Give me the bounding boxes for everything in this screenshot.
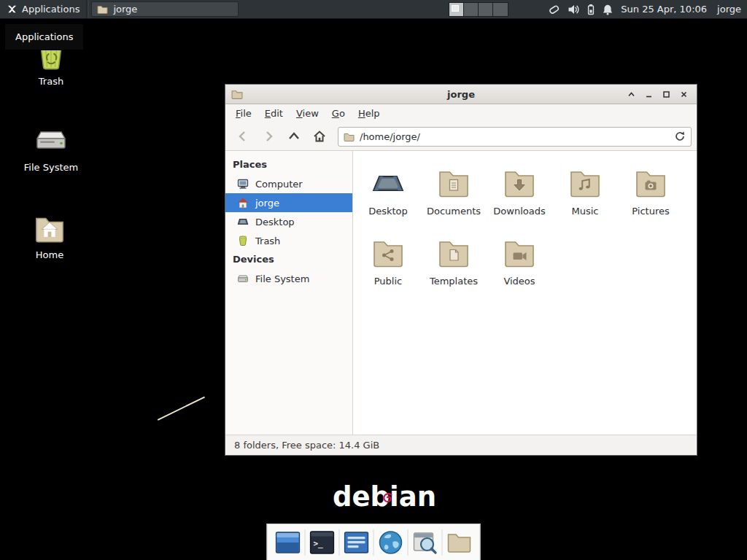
bottom-dock: >_ (267, 524, 481, 560)
computer-icon (236, 178, 249, 190)
show-desktop-icon (276, 530, 301, 555)
mouse-icon[interactable] (548, 4, 560, 15)
menu-help[interactable]: Help (352, 106, 387, 121)
menu-view[interactable]: View (290, 106, 325, 121)
terminal-icon: >_ (310, 530, 335, 555)
top-panel: Applications jorge Sun 25 Apr, 10:06 jor… (0, 0, 747, 19)
path-folder-icon (344, 132, 355, 141)
maximize-button[interactable] (659, 88, 673, 101)
desktop-artifact-line (158, 397, 206, 421)
sidebar: Places Computer jorge Desktop (225, 151, 353, 435)
desktop-icon-label: Trash (39, 76, 63, 87)
applications-label: Applications (22, 4, 80, 15)
battery-icon[interactable] (587, 4, 595, 15)
username-applet[interactable]: jorge (717, 4, 741, 15)
status-bar: 8 folders, Free space: 14.4 GiB (225, 435, 697, 455)
file-manager-launcher[interactable] (340, 526, 374, 559)
folder-label: Pictures (632, 206, 669, 217)
back-button[interactable] (231, 126, 255, 147)
notifications-bell-icon[interactable] (602, 4, 614, 15)
forward-button[interactable] (256, 126, 280, 147)
home-folder-icon (32, 211, 67, 245)
folder-item-pictures[interactable]: Pictures (618, 163, 684, 233)
menu-file[interactable]: File (229, 106, 258, 121)
videos-folder-icon (502, 236, 537, 271)
sidebar-places-header: Places (225, 155, 352, 174)
window-titlebar[interactable]: jorge (225, 85, 697, 104)
globe-icon (379, 530, 403, 555)
folder-item-documents[interactable]: Documents (421, 163, 487, 233)
menu-go[interactable]: Go (325, 106, 352, 121)
menu-edit[interactable]: Edit (258, 106, 290, 121)
desktop-icon-home[interactable]: Home (15, 211, 85, 260)
reload-icon[interactable] (674, 131, 686, 142)
folder-item-public[interactable]: Public (355, 233, 421, 303)
folder-icon (447, 532, 472, 553)
folder-label: Documents (427, 206, 481, 217)
taskbar-window-button[interactable]: jorge (91, 1, 239, 17)
folder-label: Downloads (493, 206, 545, 217)
folder-item-videos[interactable]: Videos (487, 233, 552, 303)
workspace-4[interactable] (493, 3, 508, 16)
window-folder-icon (231, 89, 243, 99)
sidebar-devices-header: Devices (225, 250, 352, 269)
applications-tooltip: Applications (4, 23, 84, 50)
terminal-launcher[interactable]: >_ (306, 526, 339, 559)
path-text: /home/jorge/ (360, 131, 420, 142)
sidebar-item-label: Trash (255, 236, 280, 246)
workspace-2[interactable] (464, 3, 479, 16)
clock[interactable]: Sun 25 Apr, 10:06 (621, 4, 707, 15)
folder-item-music[interactable]: Music (552, 163, 618, 233)
volume-icon[interactable] (568, 4, 580, 15)
folder-label: Templates (430, 276, 478, 287)
application-finder-launcher[interactable] (409, 526, 442, 559)
directory-menu-launcher[interactable] (443, 526, 476, 559)
sidebar-item-label: jorge (255, 198, 279, 209)
magnifier-icon (413, 530, 438, 555)
workspace-1[interactable] (449, 3, 464, 16)
workspace-switcher[interactable] (449, 2, 508, 17)
debian-logo: debian (333, 481, 436, 513)
sidebar-item-trash[interactable]: Trash (225, 231, 352, 250)
public-folder-icon (371, 236, 406, 271)
downloads-folder-icon (502, 166, 537, 201)
file-manager-window: jorge File Edit View Go Help /home/jorge… (225, 84, 697, 456)
minimize-button[interactable] (642, 88, 656, 101)
documents-folder-icon (436, 166, 471, 201)
close-button[interactable] (677, 88, 691, 101)
folder-label: Public (374, 276, 402, 287)
workspace-window-preview (452, 5, 459, 12)
templates-folder-icon (436, 236, 471, 271)
sidebar-item-desktop[interactable]: Desktop (225, 212, 352, 231)
desktop-icon-label: Home (36, 249, 63, 260)
web-browser-launcher[interactable] (374, 526, 408, 559)
sidebar-item-file-system[interactable]: File System (225, 269, 352, 288)
applications-menu-button[interactable]: Applications (0, 0, 86, 18)
home-icon (236, 197, 249, 209)
home-button[interactable] (307, 126, 331, 147)
folder-item-downloads[interactable]: Downloads (487, 163, 552, 233)
window-body: Places Computer jorge Desktop (225, 151, 697, 435)
show-desktop-launcher[interactable] (271, 526, 305, 559)
folder-item-templates[interactable]: Templates (421, 233, 487, 303)
folder-label: Desktop (368, 206, 408, 217)
shade-button[interactable] (624, 88, 638, 101)
up-button[interactable] (282, 126, 306, 147)
window-controls (624, 88, 691, 101)
folder-label: Videos (503, 276, 535, 287)
sidebar-item-computer[interactable]: Computer (225, 174, 352, 193)
svg-text:>_: >_ (314, 539, 324, 548)
workspace-3[interactable] (479, 3, 493, 16)
menu-bar: File Edit View Go Help (225, 104, 697, 122)
taskbar-window-label: jorge (113, 4, 137, 15)
sidebar-item-jorge[interactable]: jorge (225, 193, 352, 212)
folder-label: Music (572, 206, 599, 217)
path-bar[interactable]: /home/jorge/ (338, 127, 692, 147)
folder-icon (97, 4, 108, 14)
folder-item-desktop[interactable]: Desktop (355, 163, 421, 233)
trash-icon (236, 235, 249, 246)
sidebar-item-label: File System (255, 273, 309, 284)
system-tray (548, 4, 614, 15)
desktop-icon-file-system[interactable]: File System (16, 124, 86, 173)
sidebar-item-label: Computer (255, 179, 303, 190)
